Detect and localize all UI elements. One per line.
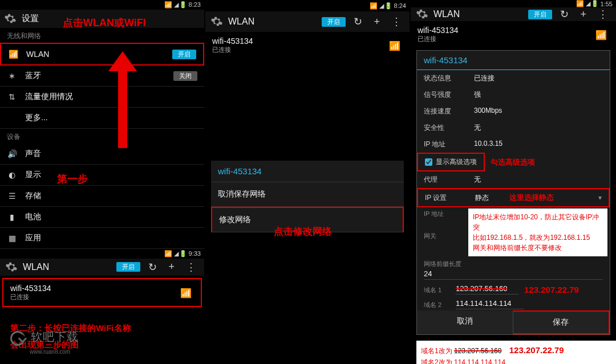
kv-speed: 连接速度300Mbps [417,103,610,120]
gear-icon [415,7,429,21]
wlan-title: WLAN [23,262,49,272]
row-label: 蓝牙 [25,71,41,81]
bottom-notes: 域名1改为 123.207.56.160 123.207.22.79 域名2改为… [416,341,616,364]
add-icon[interactable]: + [165,261,178,273]
advanced-checkbox-row[interactable]: 显示高级选项 [417,153,485,171]
row-label: WLAN [26,50,49,59]
switch[interactable]: 开启 [528,10,552,19]
wifi-icon: 📶 [164,250,172,257]
wifi-name: wifi-453134 [212,36,403,46]
row-battery[interactable]: ▮电池 [0,207,204,228]
switch[interactable]: 开启 [322,17,346,27]
hint-whitebox: IP地址末位增加10-20，防止其它设备IP冲突 比如192.168.1.5，就… [468,208,607,256]
wifi-status: 已连接 [10,293,194,301]
panel-3-wifi-config: 📶◢🔋 1:55 WLAN 开启 ↻ + ⋮ wifi-453134 已连接 📶… [411,0,616,364]
section-wireless: 无线和网络 [0,28,204,43]
bluetooth-icon: ∗ [7,71,17,80]
gear-icon [5,260,18,274]
menu-forget[interactable]: 取消保存网络 [211,182,404,207]
dialog-buttons: 取消 保存 [417,310,610,334]
refresh-icon[interactable]: ↻ [145,261,160,273]
wifi-icon: 📶 [164,1,172,9]
display-icon: ◐ [7,170,17,179]
wlan-title: WLAN [228,17,254,27]
row-wlan[interactable]: 📶 WLAN 开启 [0,43,204,66]
menu-icon[interactable]: ⋮ [594,8,611,21]
row-more[interactable]: 更多... [0,108,204,129]
switch-on[interactable]: 开启 [172,50,196,59]
field-prefix[interactable]: 网络前缀长度 24 [417,257,610,281]
wlan-title-bar: WLAN 开启 ↻ + ⋮ [205,11,410,32]
field-dns2[interactable]: 域名 2 114.114.114.114 [417,296,610,310]
wlan-title-bar: WLAN 开启 ↻ + ⋮ [0,259,204,276]
wlan-title: WLAN [433,9,460,19]
wifi-entry[interactable]: wifi-453134 已连接 📶 [205,32,410,59]
battery-icon: ▮ [7,212,17,222]
menu-modify[interactable]: 修改网络 [211,207,404,232]
storage-icon: ☰ [7,191,17,201]
status-time: 1:55 [601,1,613,7]
wifi-status: 已连接 [418,35,609,43]
switch[interactable]: 开启 [116,262,140,272]
status-bar: 📶◢🔋 8:24 [205,0,410,11]
switch-off[interactable]: 关闭 [173,71,197,81]
row-label: 更多... [25,113,48,123]
panel-2-wlan-list: 📶◢🔋 8:24 WLAN 开启 ↻ + ⋮ wifi-453134 已连接 📶… [205,0,411,364]
kv-ip: IP 地址10.0.3.15 [417,136,610,153]
battery-icon: 🔋 [179,1,187,9]
kv-security: 安全性无 [417,120,610,136]
add-icon[interactable]: + [370,16,383,28]
context-dialog: wifi-453134 取消保存网络 修改网络 [211,161,404,232]
wifi-icon: 📶 [8,50,18,59]
dialog-title: wifi-453134 [417,51,610,70]
status-time: 8:23 [189,1,201,8]
title-bar: 设置 [0,10,204,28]
kv-ip-setting[interactable]: IP 设置 静态 这里选择静态 ▾ [417,188,610,207]
row-bluetooth[interactable]: ∗ 蓝牙 关闭 [0,66,204,87]
menu-icon[interactable]: ⋮ [388,15,405,28]
save-button[interactable]: 保存 [513,310,610,334]
page-title: 设置 [22,13,39,24]
chevron-down-icon: ▾ [598,194,602,202]
field-ip: IP 地址 [417,207,468,219]
dialog-title: wifi-453134 [211,161,404,182]
signal-icon: ◢ [174,1,177,9]
status-time: 8:24 [394,2,406,9]
row-storage[interactable]: ☰存储 [0,186,204,207]
wifi-config-dialog: wifi-453134 状态信息已连接 信号强度强 连接速度300Mbps 安全… [416,50,610,335]
wifi-signal-icon: 📶 [389,40,400,51]
advanced-label: 显示高级选项 [436,157,477,167]
wifi-entry[interactable]: wifi-453134 已连接 📶 [411,21,616,48]
row-data-usage[interactable]: ⇅ 流量使用情况 [0,87,204,108]
data-icon: ⇅ [7,92,17,101]
add-icon[interactable]: + [577,9,590,21]
refresh-icon[interactable]: ↻ [557,8,572,21]
kv-signal: 信号强度强 [417,87,610,103]
wifi-entry[interactable]: wifi-453134 已连接 📶 [2,278,202,307]
annotation-adv: 勾选高级选项 [491,157,535,167]
kv-proxy[interactable]: 代理无 [417,171,610,188]
row-sound[interactable]: 🔊声音 [0,144,204,165]
watermark-logo: 软吧下载 www.ruan8.com [10,329,79,356]
annotation-ipset: 这里选择静态 [509,193,554,203]
app-icon: ▦ [7,234,17,243]
refresh-icon[interactable]: ↻ [350,15,366,28]
dns1-new: 123.207.22.79 [524,285,579,295]
status-bar-2: 📶◢🔋 9:33 [0,249,204,259]
logo-icon [10,331,25,346]
advanced-checkbox[interactable] [425,158,432,166]
gear-icon [210,15,224,28]
wlan-title-bar: WLAN 开启 ↻ + ⋮ [411,7,616,21]
section-device: 设备 [0,129,204,144]
row-label: 流量使用情况 [25,92,73,102]
sound-icon: 🔊 [7,149,17,158]
wifi-name: wifi-453134 [10,284,194,293]
field-dns1[interactable]: 域名 1 123.207.56.160 123.207.22.79 [417,281,610,296]
status-bar: 📶◢🔋 1:55 [411,0,616,7]
row-display[interactable]: ◐显示 [0,165,204,186]
wifi-signal-icon: 📶 [595,29,607,40]
cancel-button[interactable]: 取消 [417,310,513,334]
menu-icon[interactable]: ⋮ [183,261,200,273]
row-app[interactable]: ▦应用 [0,228,204,249]
panel-1-settings: 📶 ◢ 🔋 8:23 设置 点击WLAN或WiFI 无线和网络 📶 WLAN 开… [0,0,205,364]
